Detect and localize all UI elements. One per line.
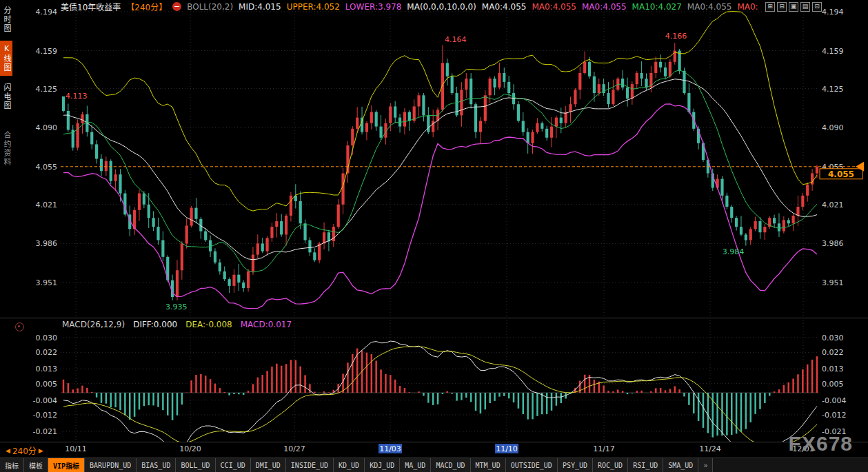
axis-label: -0.012 bbox=[822, 411, 846, 420]
indicator-tab[interactable]: BOLL_UD bbox=[176, 458, 215, 472]
axis-label: 4.159 bbox=[36, 47, 58, 56]
price-chart-canvas[interactable]: 4.1944.1944.1594.1594.1254.1254.0904.090… bbox=[0, 0, 868, 472]
indicator-tab[interactable]: VIP指标 bbox=[48, 458, 85, 472]
axis-label: -0.012 bbox=[33, 411, 57, 420]
x-axis-label: 11/17 bbox=[593, 444, 615, 453]
window-control-icon[interactable]: ⊟ bbox=[777, 2, 787, 12]
candles-layer bbox=[62, 12, 818, 309]
tabs-scroll-right-button[interactable]: » bbox=[698, 458, 713, 472]
indicator-tab[interactable]: SMA_UD bbox=[663, 458, 698, 472]
indicator-tab[interactable]: MA_UD bbox=[400, 458, 431, 472]
macd-header: MACD(26,12,9) DIFF:0.000 DEA:-0.008 MACD… bbox=[62, 320, 292, 329]
boll-upper-readout: UPPER:4.052 bbox=[287, 2, 340, 12]
window-control-icon[interactable]: ⊞ bbox=[765, 2, 775, 12]
boll-mid-readout: MID:4.015 bbox=[239, 2, 281, 12]
window-control-icon[interactable]: ▤ bbox=[800, 2, 810, 12]
macd-layer bbox=[61, 341, 818, 455]
axis-label: 3.986 bbox=[36, 239, 58, 248]
indicator-tab[interactable]: 指标 bbox=[0, 458, 24, 472]
indicator-tab[interactable]: 模板 bbox=[24, 458, 48, 472]
axis-label: 4.125 bbox=[822, 85, 844, 94]
axis-label: -0.004 bbox=[33, 396, 57, 405]
x-axis-label: 11/24 bbox=[699, 444, 721, 453]
axis-label: 0.005 bbox=[822, 380, 844, 389]
sidebar-tab[interactable]: 合约资料 bbox=[0, 127, 12, 170]
sidebar-tab[interactable]: 分时图 bbox=[0, 3, 12, 37]
zoom-out-icon[interactable]: − bbox=[172, 2, 181, 11]
ma-readout: MA0:4.055 bbox=[687, 2, 732, 12]
axis-label: 4.194 bbox=[36, 8, 58, 17]
timeframe-prev-button[interactable]: ◀ bbox=[6, 447, 10, 454]
chart-header: 美债10年收益率 【240分】 − BOLL(20,2) MID:4.015 U… bbox=[61, 1, 758, 12]
sidebar-tab[interactable]: 闪电图 bbox=[0, 80, 12, 114]
axis-label: 0.005 bbox=[36, 380, 58, 389]
axis-label: -0.004 bbox=[822, 396, 846, 405]
x-axis-label: 10/20 bbox=[179, 444, 201, 453]
axis-label: 0.022 bbox=[822, 348, 844, 357]
indicator-tab[interactable]: INSIDE_UD bbox=[286, 458, 334, 472]
timeframe-next-button[interactable]: ▶ bbox=[39, 447, 43, 454]
sidebar-tab[interactable]: K线图 bbox=[0, 41, 12, 76]
price-extreme-label: 3.984 bbox=[723, 247, 745, 256]
axis-label: 4.021 bbox=[36, 201, 58, 209]
x-axis-label: 10/27 bbox=[283, 444, 305, 453]
x-axis-label: 11/10 bbox=[496, 444, 518, 453]
ma-readout: MA0:4.055 bbox=[582, 2, 627, 12]
axis-label: 4.090 bbox=[822, 123, 844, 132]
price-extreme-label: 4.166 bbox=[665, 32, 687, 41]
axis-label: 3.951 bbox=[36, 278, 58, 287]
indicator-tab[interactable]: OUTSIDE_UD bbox=[506, 458, 558, 472]
indicator-tab-bar: 指标模板VIP指标BARUPDN_UDBIAS_UDBOLL_UDCCI_UDD… bbox=[0, 458, 868, 472]
axis-label: 4.159 bbox=[822, 47, 844, 56]
price-extreme-label: 3.935 bbox=[165, 302, 187, 311]
x-axis-label: 10/11 bbox=[65, 444, 87, 453]
chart-title: 美债10年收益率 bbox=[61, 1, 121, 12]
window-layout-controls: ⊞⊟▣▤⊡ bbox=[765, 2, 822, 12]
axis-label: 4.125 bbox=[36, 85, 58, 94]
indicator-tab[interactable]: PSY_UD bbox=[558, 458, 593, 472]
period-badge[interactable]: 【240分】 bbox=[126, 1, 167, 12]
price-extreme-label: 4.113 bbox=[65, 92, 88, 101]
ma-readout: MA10:4.027 bbox=[632, 2, 682, 12]
chart-type-sidebar: 分时图K线图闪电图合约资料 bbox=[0, 3, 12, 174]
axis-label: 0.030 bbox=[822, 334, 844, 342]
macd-hist-readout: MACD:0.017 bbox=[241, 320, 292, 329]
axis-label: 0.022 bbox=[36, 348, 58, 357]
axis-label: 4.021 bbox=[822, 201, 844, 209]
indicator-tab[interactable]: BIAS_UD bbox=[137, 458, 176, 472]
indicator-tab[interactable]: ROC_UD bbox=[593, 458, 628, 472]
timeframe-control: ◀ 240分 ▶ bbox=[6, 444, 43, 456]
window-control-icon[interactable]: ⊡ bbox=[812, 2, 822, 12]
macd-diff-readout: DIFF:0.000 bbox=[133, 320, 177, 329]
axis-label: 3.951 bbox=[822, 278, 844, 287]
indicator-tab[interactable]: DMI_UD bbox=[251, 458, 286, 472]
axis-label: -0.021 bbox=[33, 427, 57, 436]
ma-readout: MA0: bbox=[737, 2, 758, 12]
ma-readout: MA0:4.055 bbox=[482, 2, 527, 12]
macd-params-label: MACD(26,12,9) bbox=[62, 320, 125, 329]
trading-terminal-window: 4.1944.1944.1594.1594.1254.1254.0904.090… bbox=[0, 0, 868, 472]
indicator-tab[interactable]: MTM_UD bbox=[471, 458, 506, 472]
current-price-value: 4.055 bbox=[828, 170, 854, 179]
indicator-tab[interactable]: RSI_UD bbox=[628, 458, 663, 472]
ma-readout: MA0:4.055 bbox=[532, 2, 576, 12]
axis-label: 0.030 bbox=[36, 334, 58, 342]
window-control-icon[interactable]: ▣ bbox=[789, 2, 798, 12]
price-extreme-label: 4.164 bbox=[445, 35, 467, 44]
ma-params-label: MA(0,0,0,10,0,0) bbox=[407, 2, 476, 12]
indicator-tab[interactable]: MACD_UD bbox=[431, 458, 470, 472]
indicator-settings-icon[interactable] bbox=[15, 322, 24, 331]
indicator-tab[interactable]: BARUPDN_UD bbox=[85, 458, 137, 472]
axis-label: 4.055 bbox=[36, 163, 58, 172]
boll-params-label: BOLL(20,2) bbox=[187, 2, 233, 12]
ma-readouts: MA0:4.055MA0:4.055MA0:4.055MA10:4.027MA0… bbox=[482, 2, 758, 12]
indicator-tab[interactable]: KD_UD bbox=[334, 458, 365, 472]
axis-label: 0.013 bbox=[822, 365, 844, 373]
timeframe-label[interactable]: 240分 bbox=[12, 444, 37, 456]
indicator-tab[interactable]: KDJ_UD bbox=[365, 458, 400, 472]
boll-lower-readout: LOWER:3.978 bbox=[345, 2, 402, 12]
x-axis-label: 11/03 bbox=[379, 444, 401, 453]
macd-dea-readout: DEA:-0.008 bbox=[185, 320, 232, 329]
indicator-tab[interactable]: CCI_UD bbox=[216, 458, 251, 472]
watermark: FX678 bbox=[789, 432, 853, 455]
